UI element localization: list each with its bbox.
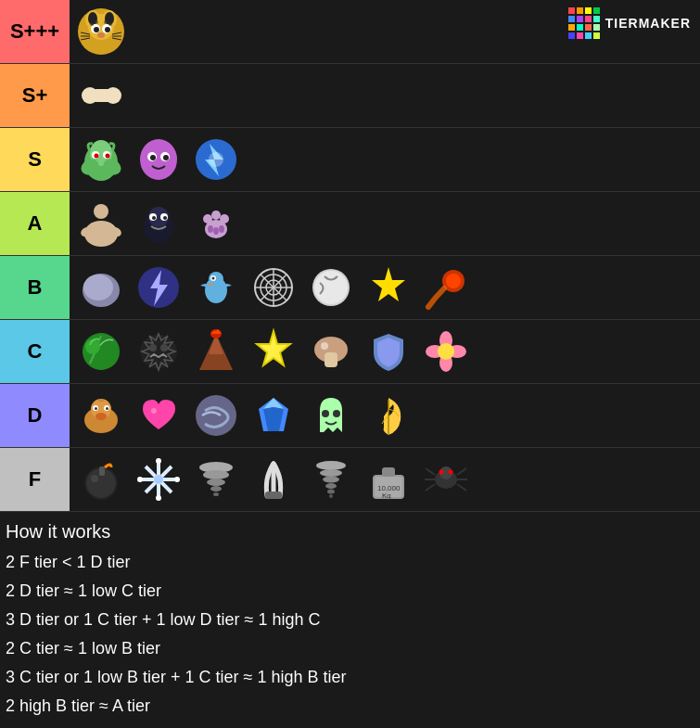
tier-item-claw (246, 452, 301, 507)
svg-point-72 (314, 271, 348, 304)
how-it-works-title: How it works (6, 521, 694, 543)
paw-icon (191, 198, 242, 249)
svg-point-96 (95, 407, 97, 410)
spider-icon (421, 454, 472, 505)
rock-icon (76, 262, 127, 313)
tier-row-s: S (0, 128, 700, 192)
svg-text:Kg: Kg (382, 492, 391, 500)
tier-row-a: A (0, 192, 700, 256)
grid-cell (568, 7, 575, 14)
tier-item-spider (418, 452, 474, 507)
tier-list: S+++ (0, 0, 700, 512)
tier-item-volcano (188, 324, 244, 379)
ball-icon (306, 262, 357, 313)
grid-cell (593, 32, 600, 39)
tier-item-whirlwind (303, 452, 359, 507)
tier-item-weight: 10,000 Kg (361, 452, 416, 507)
energy-icon (191, 134, 242, 185)
tier-item-paw (188, 196, 244, 251)
svg-point-37 (163, 155, 169, 160)
svg-point-55 (213, 227, 219, 235)
svg-point-78 (149, 344, 157, 351)
svg-point-30 (105, 153, 109, 158)
tier-items-a (70, 192, 700, 255)
shield-icon (363, 326, 414, 377)
svg-point-115 (137, 477, 143, 482)
svg-point-99 (196, 395, 236, 436)
tier-item-dragon (73, 132, 129, 187)
rule-item: 2 C tier ≈ 1 low B tier (6, 636, 694, 661)
svg-point-121 (210, 486, 222, 492)
tier-label-d: D (0, 384, 70, 447)
tier-item-shield (361, 324, 416, 379)
svg-point-19 (104, 20, 108, 24)
tier-label-s: S (0, 128, 70, 191)
tier-item (73, 4, 129, 59)
svg-point-113 (156, 458, 161, 464)
svg-point-63 (211, 276, 214, 279)
svg-point-39 (209, 152, 223, 167)
svg-point-54 (208, 225, 213, 233)
tier-row-f: F (0, 448, 700, 512)
mushroom-icon (306, 326, 357, 377)
tier-items-f: 10,000 Kg (70, 448, 700, 511)
svg-point-29 (94, 153, 98, 158)
tier-row-d: D (0, 384, 700, 448)
rules-list: 2 F tier < 1 D tier2 D tier ≈ 1 low C ti… (6, 550, 694, 728)
svg-point-40 (94, 204, 108, 219)
grid-cell (585, 24, 592, 31)
svg-point-49 (163, 216, 167, 220)
how-it-works-section: How it works 2 F tier < 1 D tier2 D tier… (0, 512, 700, 728)
tier-label-c: C (0, 320, 70, 383)
tier-item-tornado (188, 452, 244, 507)
svg-point-108 (91, 475, 98, 482)
svg-point-17 (90, 22, 94, 26)
svg-point-48 (152, 216, 156, 220)
tier-items-s (70, 128, 700, 191)
svg-point-119 (203, 470, 229, 479)
svg-point-53 (220, 214, 229, 224)
comet-icon (421, 262, 472, 313)
whirlwind-icon (306, 454, 357, 505)
tier-item-gem (246, 388, 301, 443)
tier-item-ghost (303, 388, 359, 443)
svg-rect-123 (265, 492, 282, 499)
tier-item-rhino (73, 388, 129, 443)
svg-point-75 (76, 326, 126, 377)
volcano-icon (191, 326, 242, 377)
grid-cell (593, 7, 600, 14)
svg-point-143 (439, 469, 443, 474)
svg-rect-132 (382, 467, 395, 477)
rule-item: 3 C tier or 1 low B tier + 1 C tier ≈ 1 … (6, 665, 694, 690)
svg-point-125 (320, 469, 342, 477)
grid-cell (577, 7, 583, 14)
svg-point-103 (322, 410, 329, 417)
tier-item-shadow (131, 196, 186, 251)
svg-point-129 (329, 494, 333, 498)
star-yellow-icon (248, 326, 299, 377)
tier-label-sp: S+ (0, 64, 70, 127)
bone-icon (76, 70, 127, 121)
claw-icon (248, 454, 299, 505)
tier-item-star-yellow (246, 324, 301, 379)
tier-row-c: C (0, 320, 700, 384)
stars-icon (363, 262, 414, 313)
svg-rect-24 (93, 91, 115, 100)
svg-point-127 (325, 483, 337, 489)
svg-point-58 (83, 275, 113, 300)
feather-icon (363, 390, 414, 441)
tier-item-rock (73, 260, 129, 315)
svg-point-120 (207, 479, 225, 486)
grid-cell (593, 16, 600, 22)
heart-icon (134, 390, 185, 441)
tier-label-b: B (0, 256, 70, 319)
tier-item-leaf (73, 324, 129, 379)
tier-row-sp: S+ (0, 64, 700, 128)
svg-point-8 (94, 27, 99, 32)
tier-items-b (70, 256, 700, 319)
tier-item-energy (188, 132, 244, 187)
svg-point-144 (448, 469, 452, 474)
grid-cell (568, 24, 575, 31)
tier-item-web (246, 260, 301, 315)
snowflake-icon (134, 454, 185, 505)
